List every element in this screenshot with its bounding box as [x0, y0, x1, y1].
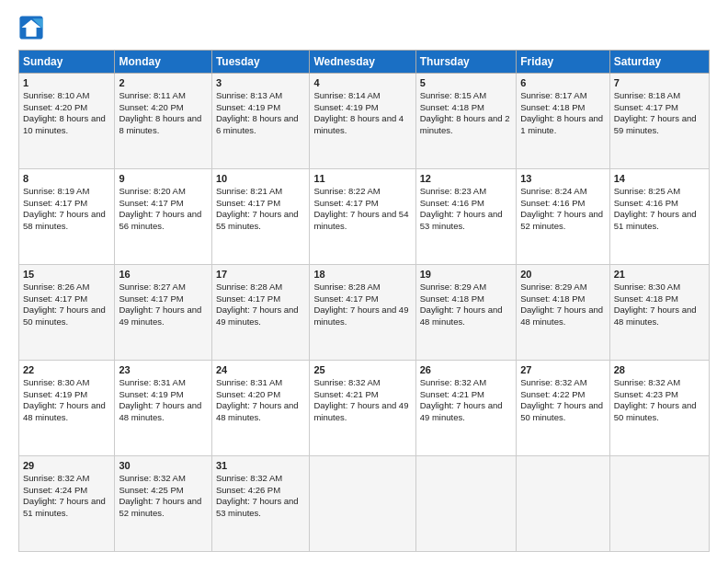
sunrise: Sunrise: 8:31 AM [216, 377, 282, 387]
day-number: 26 [420, 363, 512, 377]
logo [18, 15, 46, 40]
daylight: Daylight: 7 hours and 49 minutes. [313, 304, 408, 327]
daylight: Daylight: 7 hours and 53 minutes. [216, 496, 299, 518]
day-cell [517, 456, 609, 552]
sunrise: Sunrise: 8:32 AM [23, 473, 89, 483]
day-number: 27 [520, 363, 605, 377]
day-number: 18 [313, 268, 411, 282]
sunrise: Sunrise: 8:17 AM [520, 90, 586, 100]
day-number: 15 [23, 268, 110, 282]
week-row-4: 22Sunrise: 8:30 AMSunset: 4:19 PMDayligh… [19, 361, 710, 456]
sunrise: Sunrise: 8:13 AM [216, 90, 282, 100]
sunrise: Sunrise: 8:32 AM [119, 473, 185, 483]
day-number: 31 [216, 459, 306, 473]
sunrise: Sunrise: 8:18 AM [614, 90, 680, 100]
sunset: Sunset: 4:17 PM [614, 102, 678, 112]
day-cell: 5Sunrise: 8:15 AMSunset: 4:18 PMDaylight… [415, 74, 516, 169]
col-header-sunday: Sunday [19, 51, 115, 74]
col-header-wednesday: Wednesday [310, 51, 415, 74]
day-cell: 19Sunrise: 8:29 AMSunset: 4:18 PMDayligh… [415, 265, 516, 361]
day-number: 28 [614, 363, 705, 377]
calendar-table: SundayMondayTuesdayWednesdayThursdayFrid… [18, 50, 710, 552]
day-cell: 27Sunrise: 8:32 AMSunset: 4:22 PMDayligh… [517, 361, 609, 456]
sunrise: Sunrise: 8:28 AM [313, 282, 380, 292]
sunset: Sunset: 4:19 PM [119, 389, 183, 399]
daylight: Daylight: 7 hours and 49 minutes. [313, 400, 408, 422]
day-cell: 20Sunrise: 8:29 AMSunset: 4:18 PMDayligh… [517, 265, 609, 361]
day-cell: 4Sunrise: 8:14 AMSunset: 4:19 PMDaylight… [310, 74, 415, 169]
day-cell: 7Sunrise: 8:18 AMSunset: 4:17 PMDaylight… [609, 74, 709, 169]
sunset: Sunset: 4:17 PM [23, 293, 87, 304]
sunrise: Sunrise: 8:28 AM [216, 282, 282, 292]
col-header-tuesday: Tuesday [211, 51, 310, 74]
header [18, 15, 710, 40]
day-number: 17 [216, 268, 306, 282]
daylight: Daylight: 7 hours and 53 minutes. [420, 209, 503, 231]
sunset: Sunset: 4:21 PM [313, 389, 378, 399]
day-cell: 12Sunrise: 8:23 AMSunset: 4:16 PMDayligh… [415, 169, 516, 265]
sunset: Sunset: 4:17 PM [216, 198, 280, 208]
day-number: 6 [520, 76, 605, 90]
sunset: Sunset: 4:18 PM [614, 293, 678, 304]
daylight: Daylight: 7 hours and 54 minutes. [313, 209, 408, 231]
day-cell: 28Sunrise: 8:32 AMSunset: 4:23 PMDayligh… [609, 361, 709, 456]
day-number: 11 [313, 172, 411, 186]
day-cell: 30Sunrise: 8:32 AMSunset: 4:25 PMDayligh… [115, 456, 211, 552]
sunrise: Sunrise: 8:30 AM [23, 377, 89, 387]
daylight: Daylight: 7 hours and 48 minutes. [119, 400, 201, 422]
col-header-saturday: Saturday [609, 51, 709, 74]
sunrise: Sunrise: 8:23 AM [420, 186, 486, 196]
sunset: Sunset: 4:20 PM [23, 102, 87, 112]
day-cell: 10Sunrise: 8:21 AMSunset: 4:17 PMDayligh… [211, 169, 310, 265]
day-cell: 16Sunrise: 8:27 AMSunset: 4:17 PMDayligh… [115, 265, 211, 361]
daylight: Daylight: 7 hours and 59 minutes. [614, 113, 697, 135]
day-number: 23 [119, 363, 207, 377]
sunset: Sunset: 4:16 PM [520, 198, 585, 208]
col-header-thursday: Thursday [415, 51, 516, 74]
sunrise: Sunrise: 8:25 AM [614, 186, 680, 196]
day-cell: 24Sunrise: 8:31 AMSunset: 4:20 PMDayligh… [211, 361, 310, 456]
day-number: 24 [216, 363, 306, 377]
daylight: Daylight: 7 hours and 49 minutes. [119, 304, 201, 327]
sunset: Sunset: 4:20 PM [216, 389, 280, 399]
day-number: 3 [216, 76, 306, 90]
day-number: 25 [313, 363, 411, 377]
sunrise: Sunrise: 8:31 AM [119, 377, 185, 387]
daylight: Daylight: 7 hours and 51 minutes. [614, 209, 697, 231]
daylight: Daylight: 7 hours and 52 minutes. [119, 496, 201, 518]
day-number: 14 [614, 172, 705, 186]
sunset: Sunset: 4:17 PM [313, 293, 378, 304]
day-cell: 8Sunrise: 8:19 AMSunset: 4:17 PMDaylight… [19, 169, 115, 265]
daylight: Daylight: 7 hours and 48 minutes. [420, 304, 503, 327]
daylight: Daylight: 7 hours and 56 minutes. [119, 209, 201, 231]
day-cell: 9Sunrise: 8:20 AMSunset: 4:17 PMDaylight… [115, 169, 211, 265]
sunset: Sunset: 4:17 PM [119, 293, 183, 304]
day-number: 12 [420, 172, 512, 186]
daylight: Daylight: 7 hours and 58 minutes. [23, 209, 106, 231]
day-number: 5 [420, 76, 512, 90]
sunrise: Sunrise: 8:32 AM [313, 377, 380, 387]
daylight: Daylight: 8 hours and 1 minute. [520, 113, 603, 135]
sunset: Sunset: 4:26 PM [216, 485, 280, 495]
day-cell: 29Sunrise: 8:32 AMSunset: 4:24 PMDayligh… [19, 456, 115, 552]
week-row-2: 8Sunrise: 8:19 AMSunset: 4:17 PMDaylight… [19, 169, 710, 265]
day-cell [415, 456, 516, 552]
day-cell: 14Sunrise: 8:25 AMSunset: 4:16 PMDayligh… [609, 169, 709, 265]
day-number: 10 [216, 172, 306, 186]
sunrise: Sunrise: 8:14 AM [313, 90, 380, 100]
sunrise: Sunrise: 8:20 AM [119, 186, 185, 196]
sunset: Sunset: 4:16 PM [420, 198, 484, 208]
sunset: Sunset: 4:18 PM [420, 293, 484, 304]
sunrise: Sunrise: 8:15 AM [420, 90, 486, 100]
sunrise: Sunrise: 8:10 AM [23, 90, 89, 100]
day-cell [310, 456, 415, 552]
sunset: Sunset: 4:17 PM [23, 198, 87, 208]
day-cell [609, 456, 709, 552]
sunset: Sunset: 4:22 PM [520, 389, 585, 399]
daylight: Daylight: 7 hours and 49 minutes. [420, 400, 503, 422]
day-cell: 11Sunrise: 8:22 AMSunset: 4:17 PMDayligh… [310, 169, 415, 265]
sunrise: Sunrise: 8:32 AM [216, 473, 282, 483]
sunrise: Sunrise: 8:29 AM [520, 282, 586, 292]
sunrise: Sunrise: 8:11 AM [119, 90, 185, 100]
day-cell: 21Sunrise: 8:30 AMSunset: 4:18 PMDayligh… [609, 265, 709, 361]
